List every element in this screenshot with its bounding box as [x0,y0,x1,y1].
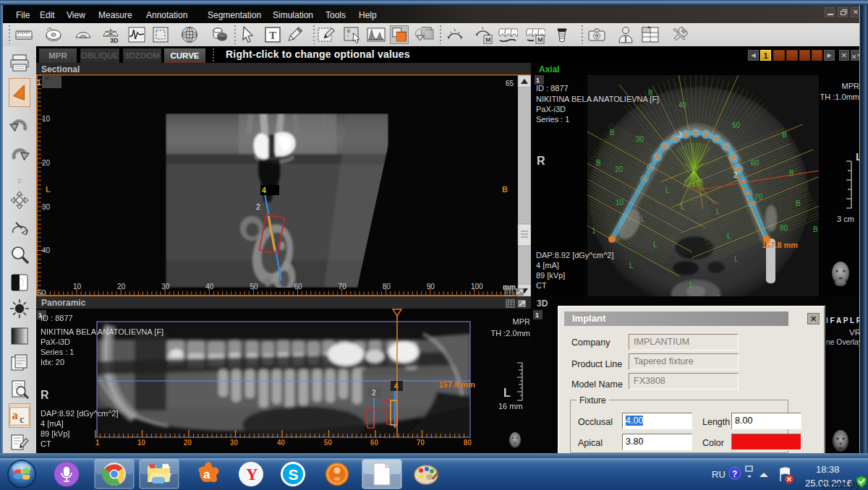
svg-text:4 [mA]: 4 [mA] [41,419,64,428]
svg-text:90: 90 [427,283,435,291]
svg-text:30: 30 [42,203,51,211]
svg-text:Series : 1: Series : 1 [536,115,569,124]
svg-text:80: 80 [383,283,391,291]
svg-text:M: M [485,36,491,43]
svg-text:B: B [782,131,787,139]
svg-text:CT: CT [536,281,547,290]
svg-text:Axial: Axial [539,64,560,74]
svg-text:B: B [502,185,508,194]
svg-text:L: L [665,186,670,194]
svg-text:B: B [610,129,615,137]
svg-text:3D: 3D [537,298,548,309]
svg-text:3D: 3D [110,37,119,44]
svg-text:70: 70 [417,439,425,447]
svg-text:80: 80 [464,439,472,447]
svg-text:4 [mA]: 4 [mA] [536,261,559,270]
svg-text:PaX-i3D: PaX-i3D [41,338,70,346]
svg-text:89 [kVp]: 89 [kVp] [536,271,565,280]
svg-text:Idx: 20: Idx: 20 [41,358,64,366]
svg-text:L: L [503,387,511,399]
svg-text:10: 10 [73,283,82,291]
svg-text:M: M [537,36,543,43]
svg-text:ne Overlay: ne Overlay [826,338,859,346]
svg-text:20: 20 [42,159,51,167]
svg-text:40: 40 [277,439,286,447]
svg-text:ID : 8877: ID : 8877 [41,314,73,322]
svg-text:L: L [653,241,658,249]
svg-text:S: S [289,466,299,483]
svg-text:B: B [789,169,794,177]
svg-text:RU: RU [712,469,726,480]
svg-text:L: L [629,262,634,270]
svg-text:Series : 1: Series : 1 [41,348,74,356]
svg-text:B: B [596,159,601,167]
svg-text:4: 4 [262,186,266,194]
svg-text:DAP:8.92 [dGy^cm^2]: DAP:8.92 [dGy^cm^2] [536,251,614,259]
svg-text:CT: CT [41,439,51,448]
svg-text:T: T [269,30,276,41]
svg-text:L: L [716,207,720,215]
svg-text:2: 2 [733,171,738,179]
svg-text:18:38: 18:38 [816,464,840,475]
svg-text:L: L [681,203,685,211]
svg-text:10: 10 [42,115,51,123]
svg-text:70: 70 [339,283,347,291]
svg-text:2: 2 [372,389,376,397]
svg-text:50: 50 [324,439,333,447]
svg-text:1: 1 [536,77,540,84]
svg-text:L: L [727,232,731,240]
svg-text:60: 60 [294,283,303,291]
svg-text:MPR: MPR [513,317,531,326]
svg-text:20: 20 [117,283,126,291]
svg-text:1: 1 [37,79,41,87]
svg-text:157.8 mm: 157.8 mm [762,241,798,249]
svg-text:89 [kVp]: 89 [kVp] [41,429,69,438]
svg-text:65: 65 [506,79,514,87]
svg-text:c: c [20,413,25,425]
svg-text:60: 60 [751,159,760,167]
svg-text:B: B [813,225,818,233]
svg-text:Sectional: Sectional [41,64,80,74]
svg-text:R: R [537,155,545,167]
svg-text:L: L [734,255,739,263]
svg-text:40: 40 [42,246,51,254]
svg-text:1: 1 [535,311,539,319]
svg-text:I F A P L R: I F A P L R [826,316,859,324]
svg-text:40: 40 [205,283,214,291]
svg-text:PaX-i3D: PaX-i3D [536,105,566,113]
svg-text:Y: Y [246,465,258,483]
svg-text:Panoramic: Panoramic [41,298,86,308]
svg-text:a: a [12,409,18,421]
svg-text:NIKITINA BELA ANATOLIEVNA [F]: NIKITINA BELA ANATOLIEVNA [F] [536,95,659,103]
svg-text:80: 80 [780,224,788,232]
svg-text:ID : 8877: ID : 8877 [536,84,569,93]
svg-text:70: 70 [754,193,763,201]
svg-text:10: 10 [616,199,624,207]
svg-text:60: 60 [370,439,379,447]
svg-text:2: 2 [256,202,260,211]
svg-text:NIKITINA BELA ANATOLIEVNA [F]: NIKITINA BELA ANATOLIEVNA [F] [41,327,163,336]
svg-text:50: 50 [250,283,258,291]
svg-text:MPR: MPR [842,82,859,90]
svg-text:157.8 mm: 157.8 mm [439,380,475,389]
svg-text:DAP:8.92 [dGy^cm^2]: DAP:8.92 [dGy^cm^2] [41,409,119,418]
svg-text:4: 4 [394,382,399,390]
svg-text:50: 50 [732,121,741,129]
svg-text:L: L [46,185,51,194]
svg-text:VR: VR [849,328,859,337]
svg-text:30: 30 [636,135,644,143]
svg-text:100: 100 [471,283,483,291]
svg-text:3 cm: 3 cm [837,215,854,223]
svg-text:1: 1 [592,227,596,235]
svg-text:a: a [203,468,210,481]
svg-text:Стом.ру: Стом.ру [821,478,861,490]
svg-text:TH :1.0mm: TH :1.0mm [820,93,859,101]
svg-text:L: L [689,281,694,289]
svg-text:R: R [41,389,49,401]
svg-text:?: ? [732,469,737,479]
svg-text:10: 10 [137,439,146,447]
svg-text:30: 30 [230,439,239,447]
svg-text:3: 3 [678,130,682,139]
svg-text:TH :2.0mm: TH :2.0mm [491,329,530,338]
svg-text:20: 20 [615,166,624,173]
